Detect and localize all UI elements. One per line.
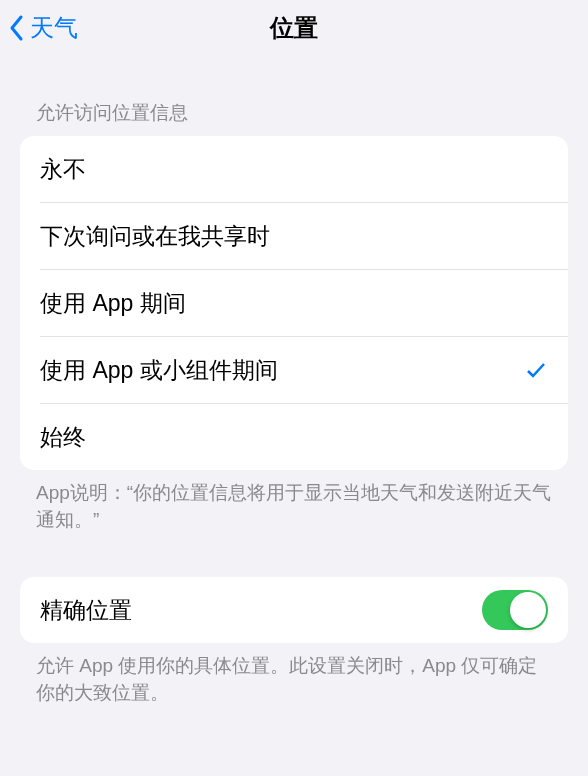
checkmark-icon bbox=[524, 358, 548, 382]
switch-knob bbox=[510, 592, 546, 628]
option-label: 下次询问或在我共享时 bbox=[40, 221, 270, 252]
option-label: 始终 bbox=[40, 422, 86, 453]
option-while-using-app[interactable]: 使用 App 期间 bbox=[20, 270, 568, 336]
precise-location-toggle[interactable] bbox=[482, 590, 548, 630]
chevron-left-icon bbox=[8, 14, 26, 42]
option-label: 使用 App 期间 bbox=[40, 288, 186, 319]
option-label: 永不 bbox=[40, 154, 86, 185]
section-header-location-access: 允许访问位置信息 bbox=[0, 56, 588, 136]
back-button[interactable]: 天气 bbox=[8, 12, 78, 44]
option-always[interactable]: 始终 bbox=[20, 404, 568, 470]
location-access-group: 永不 下次询问或在我共享时 使用 App 期间 使用 App 或小组件期间 始终 bbox=[20, 136, 568, 470]
option-never[interactable]: 永不 bbox=[20, 136, 568, 202]
page-title: 位置 bbox=[270, 12, 318, 44]
section-footer-precise-explanation: 允许 App 使用你的具体位置。此设置关闭时，App 仅可确定你的大致位置。 bbox=[0, 643, 588, 706]
back-label: 天气 bbox=[30, 12, 78, 44]
option-while-using-app-or-widgets[interactable]: 使用 App 或小组件期间 bbox=[20, 337, 568, 403]
precise-location-row[interactable]: 精确位置 bbox=[20, 577, 568, 643]
precise-location-group: 精确位置 bbox=[20, 577, 568, 643]
option-ask-next-time[interactable]: 下次询问或在我共享时 bbox=[20, 203, 568, 269]
navigation-bar: 天气 位置 bbox=[0, 0, 588, 56]
option-label: 使用 App 或小组件期间 bbox=[40, 355, 278, 386]
section-footer-app-explanation: App说明：“你的位置信息将用于显示当地天气和发送附近天气通知。” bbox=[0, 470, 588, 533]
precise-location-label: 精确位置 bbox=[40, 595, 132, 626]
